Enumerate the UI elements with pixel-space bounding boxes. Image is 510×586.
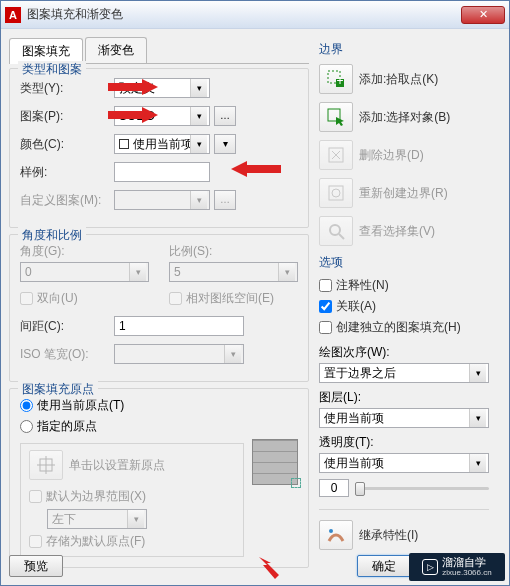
- origin-preview: [252, 439, 298, 485]
- spacing-input[interactable]: [114, 316, 244, 336]
- custom-pattern-dropdown: [114, 190, 210, 210]
- preview-button[interactable]: 预览: [9, 555, 63, 577]
- type-dropdown[interactable]: 预定义: [114, 78, 210, 98]
- scale-dropdown: 5: [169, 262, 298, 282]
- draw-order-label: 绘图次序(W):: [319, 344, 489, 361]
- inherit-button[interactable]: [319, 520, 353, 550]
- pattern-dropdown[interactable]: SOLID: [114, 106, 210, 126]
- type-label: 类型(Y):: [20, 80, 114, 97]
- spacing-label: 间距(C):: [20, 318, 114, 335]
- pattern-label: 图案(P):: [20, 108, 114, 125]
- group-title-type: 类型和图案: [18, 61, 86, 78]
- window-title: 图案填充和渐变色: [27, 6, 461, 23]
- store-origin-checkbox: 存储为默认原点(F): [29, 533, 235, 550]
- associative-checkbox[interactable]: 关联(A): [319, 298, 489, 315]
- transparency-dropdown[interactable]: 使用当前项: [319, 453, 489, 473]
- sample-label: 样例:: [20, 164, 114, 181]
- ok-button[interactable]: 确定: [357, 555, 411, 577]
- inherit-label: 继承特性(I): [359, 527, 418, 544]
- pick-origin-icon: [29, 450, 63, 480]
- pattern-browse-button[interactable]: …: [214, 106, 236, 126]
- view-selection-label: 查看选择集(V): [359, 223, 435, 240]
- add-pick-button[interactable]: +: [319, 64, 353, 94]
- transparency-slider[interactable]: [355, 487, 489, 490]
- group-title-angle: 角度和比例: [18, 227, 86, 244]
- double-checkbox: 双向(U): [20, 290, 149, 307]
- color-dropdown[interactable]: 使用当前项: [114, 134, 210, 154]
- angle-label: 角度(G):: [20, 243, 149, 260]
- watermark: ▷ 溜溜自学 zixue.3066.cn: [409, 553, 505, 581]
- delete-boundary-label: 删除边界(D): [359, 147, 424, 164]
- custom-pattern-browse: …: [214, 190, 236, 210]
- svg-point-10: [332, 189, 340, 197]
- pick-origin-label: 单击以设置新原点: [69, 457, 165, 474]
- layer-dropdown[interactable]: 使用当前项: [319, 408, 489, 428]
- scale-label: 比例(S):: [169, 243, 298, 260]
- separate-checkbox[interactable]: 创建独立的图案填充(H): [319, 319, 489, 336]
- recreate-boundary-label: 重新创建边界(R): [359, 185, 448, 202]
- svg-marker-13: [259, 557, 279, 579]
- relative-checkbox: 相对图纸空间(E): [169, 290, 298, 307]
- iso-dropdown: [114, 344, 244, 364]
- origin-current-radio[interactable]: 使用当前原点(T): [20, 397, 298, 414]
- transparency-value[interactable]: 0: [319, 479, 349, 497]
- default-extent-checkbox: 默认为边界范围(X): [29, 488, 235, 505]
- add-select-label: 添加:选择对象(B): [359, 109, 450, 126]
- color-swatch-button[interactable]: ▾: [214, 134, 236, 154]
- angle-dropdown: 0: [20, 262, 149, 282]
- delete-boundary-button: [319, 140, 353, 170]
- app-icon: A: [5, 7, 21, 23]
- custom-pattern-label: 自定义图案(M):: [20, 192, 114, 209]
- boundary-title: 边界: [319, 41, 489, 58]
- group-title-origin: 图案填充原点: [18, 381, 98, 398]
- svg-point-11: [330, 225, 340, 235]
- annotative-checkbox[interactable]: 注释性(N): [319, 277, 489, 294]
- svg-point-12: [329, 529, 333, 533]
- iso-label: ISO 笔宽(O):: [20, 346, 114, 363]
- svg-rect-9: [329, 186, 343, 200]
- close-button[interactable]: ✕: [461, 6, 505, 24]
- origin-specified-radio[interactable]: 指定的原点: [20, 418, 298, 435]
- options-title: 选项: [319, 254, 489, 271]
- add-pick-label: 添加:拾取点(K): [359, 71, 438, 88]
- layer-label: 图层(L):: [319, 389, 489, 406]
- extent-dropdown: 左下: [47, 509, 147, 529]
- color-label: 颜色(C):: [20, 136, 114, 153]
- draw-order-dropdown[interactable]: 置于边界之后: [319, 363, 489, 383]
- transparency-label: 透明度(T):: [319, 434, 489, 451]
- svg-text:+: +: [336, 74, 343, 88]
- add-select-button[interactable]: [319, 102, 353, 132]
- view-selection-button: [319, 216, 353, 246]
- recreate-boundary-button: [319, 178, 353, 208]
- sample-preview[interactable]: [114, 162, 210, 182]
- tab-gradient[interactable]: 渐变色: [85, 37, 147, 63]
